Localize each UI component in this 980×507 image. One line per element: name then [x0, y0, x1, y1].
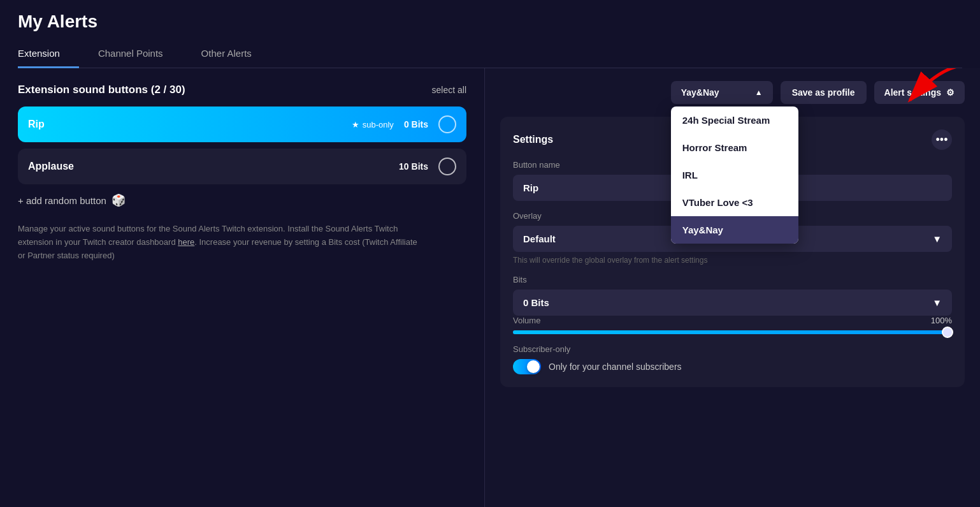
more-options-button[interactable]: •••: [932, 129, 952, 150]
tab-other-alerts[interactable]: Other Alerts: [201, 41, 271, 68]
toggle-knob: [527, 360, 540, 373]
page: My Alerts Extension Channel Points Other…: [0, 0, 980, 507]
star-icon: ★: [352, 120, 359, 129]
alert-settings-button[interactable]: Alert settings ⚙: [874, 81, 965, 104]
tab-channel-points[interactable]: Channel Points: [98, 41, 182, 68]
settings-title: Settings: [513, 134, 553, 145]
add-random-label: + add random button: [18, 195, 106, 206]
sound-button-rip-name: Rip: [28, 119, 352, 130]
save-profile-button[interactable]: Save as profile: [781, 81, 867, 104]
gear-icon: ⚙: [946, 87, 955, 98]
section-title: Extension sound buttons (2 / 30): [18, 84, 185, 96]
main-content: Extension sound buttons (2 / 30) select …: [0, 68, 980, 507]
sound-button-rip-meta: ★ sub-only 0 Bits: [352, 115, 456, 133]
description-link[interactable]: here: [178, 237, 194, 247]
chevron-down-icon: ▼: [932, 233, 942, 244]
header: My Alerts Extension Channel Points Other…: [0, 0, 980, 68]
slider-thumb: [942, 327, 953, 338]
sub-only-badge: ★ sub-only: [352, 120, 394, 129]
subscriber-only-label: Subscriber-only: [513, 344, 952, 354]
profile-dropdown-menu: 24h Special Stream Horror Stream IRL VTu…: [671, 107, 798, 244]
profile-select-current: Yay&Nay: [681, 87, 719, 98]
section-header: Extension sound buttons (2 / 30) select …: [18, 84, 466, 96]
dropdown-item-vtuber[interactable]: VTuber Love <3: [671, 189, 798, 216]
sound-button-rip[interactable]: Rip ★ sub-only 0 Bits: [18, 107, 466, 142]
volume-fill: [513, 330, 952, 334]
volume-label: Volume: [513, 316, 540, 325]
dropdown-item-yaynay[interactable]: Yay&Nay: [671, 216, 798, 244]
right-panel: Yay&Nay ▲ 24h Special Stream Horror Stre…: [484, 68, 980, 507]
subscriber-only-toggle[interactable]: [513, 359, 541, 374]
dice-icon: 🎲: [112, 193, 126, 207]
sound-button-applause[interactable]: Applause 10 Bits: [18, 149, 466, 184]
left-panel: Extension sound buttons (2 / 30) select …: [0, 68, 484, 507]
sub-only-label: sub-only: [363, 120, 394, 129]
overlay-hint: This will override the global overlay fr…: [513, 256, 952, 265]
description-text: Manage your active sound buttons for the…: [18, 223, 426, 262]
profile-select-button[interactable]: Yay&Nay ▲: [671, 81, 773, 104]
bits-value: 0 Bits: [523, 297, 549, 308]
bits-chevron-down-icon: ▼: [932, 297, 942, 308]
applause-bits-label: 10 Bits: [399, 161, 428, 172]
chevron-up-icon: ▲: [755, 88, 763, 97]
page-title: My Alerts: [18, 11, 962, 32]
volume-value: 100%: [931, 316, 952, 325]
volume-row: Volume 100%: [513, 316, 952, 325]
bits-select[interactable]: 0 Bits ▼: [513, 290, 952, 316]
applause-toggle[interactable]: [438, 158, 456, 175]
alert-settings-label: Alert settings: [884, 87, 941, 98]
rip-bits-label: 0 Bits: [404, 119, 428, 129]
select-all-button[interactable]: select all: [432, 85, 466, 95]
sound-button-applause-name: Applause: [28, 161, 399, 172]
dropdown-item-24h[interactable]: 24h Special Stream: [671, 107, 798, 134]
tab-extension[interactable]: Extension: [18, 41, 79, 68]
subscriber-only-row: Only for your channel subscribers: [513, 359, 952, 374]
dropdown-item-horror[interactable]: Horror Stream: [671, 134, 798, 161]
overlay-value: Default: [523, 233, 556, 244]
add-random-button[interactable]: + add random button 🎲: [18, 193, 466, 207]
tabs-bar: Extension Channel Points Other Alerts: [18, 41, 962, 68]
right-panel-top: Yay&Nay ▲ 24h Special Stream Horror Stre…: [500, 81, 965, 104]
volume-slider[interactable]: [513, 330, 952, 334]
profile-dropdown[interactable]: Yay&Nay ▲ 24h Special Stream Horror Stre…: [671, 81, 773, 104]
sound-button-applause-meta: 10 Bits: [399, 158, 456, 175]
dropdown-item-irl[interactable]: IRL: [671, 161, 798, 189]
subscriber-only-text: Only for your channel subscribers: [549, 362, 682, 372]
bits-label: Bits: [513, 275, 952, 284]
rip-toggle[interactable]: [438, 115, 456, 133]
